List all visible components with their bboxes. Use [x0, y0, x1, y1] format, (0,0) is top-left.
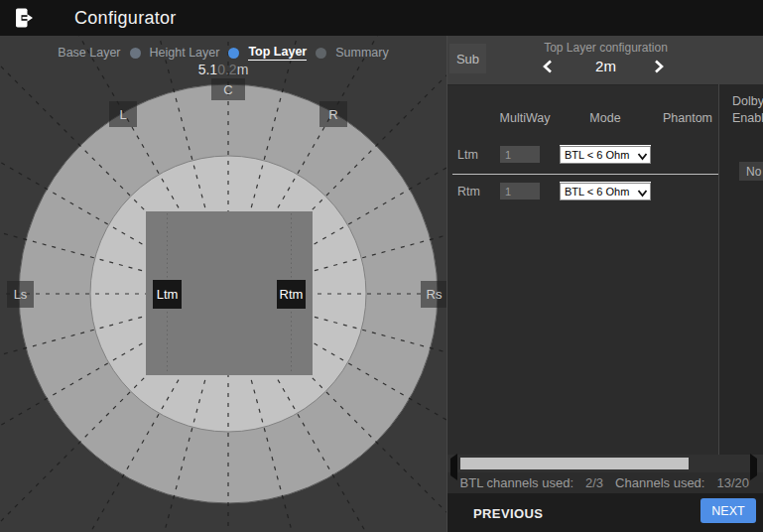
previous-button[interactable]: PREVIOUS: [467, 505, 549, 522]
step-dot-icon: [130, 48, 141, 59]
step-dot-icon: [228, 48, 239, 59]
column-header-dolby-line2: Enabled: [732, 111, 763, 125]
channel-usage-status: BTL channels used: 2/3 Channels used: 13…: [460, 475, 749, 490]
tab-base-layer[interactable]: Base Layer: [58, 46, 120, 60]
panel-title: Top Layer configuration: [447, 41, 763, 55]
dolby-column-strip: [718, 84, 763, 455]
row-label-ltm: Ltm: [457, 148, 478, 162]
layer-step-tabs: Base Layer Height Layer Top Layer Summar…: [0, 45, 446, 61]
speaker-layout-diagram: Base Layer Height Layer Top Layer Summar…: [0, 36, 446, 532]
step-dot-icon: [316, 48, 326, 59]
speaker-right-surround[interactable]: Rs: [421, 281, 446, 308]
tab-summary[interactable]: Summary: [335, 46, 388, 60]
panel-header: Top Layer configuration 2m Sub: [447, 36, 763, 85]
configuration-panel: Top Layer configuration 2m Sub MultiWay …: [446, 36, 763, 532]
distance-value: 2m: [447, 58, 763, 74]
row-divider: [452, 174, 718, 175]
mode-select-wrap: BTL < 6 Ohm: [560, 145, 651, 163]
channels-used-label: Channels used:: [615, 475, 704, 490]
column-header-dolby-line1: Dolby: [732, 94, 763, 108]
scrollbar-thumb[interactable]: [460, 458, 689, 469]
speaker-center[interactable]: C: [211, 78, 245, 100]
scroll-right-icon[interactable]: [750, 459, 760, 468]
mode-select-ltm[interactable]: BTL < 6 Ohm: [560, 146, 651, 164]
chevron-right-icon[interactable]: [648, 56, 670, 77]
mode-select-wrap: BTL < 6 Ohm: [560, 182, 651, 200]
tab-top-layer[interactable]: Top Layer: [248, 45, 307, 61]
row-label-rtm: Rtm: [457, 185, 480, 199]
tab-height-layer[interactable]: Height Layer: [150, 46, 220, 60]
speaker-right-top-middle[interactable]: Rtm: [277, 280, 306, 309]
page-title: Configurator: [74, 8, 177, 29]
room-plot: [0, 36, 446, 532]
exit-door-icon[interactable]: [13, 6, 37, 30]
speaker-left[interactable]: L: [109, 101, 137, 127]
btl-channels-value: 2/3: [585, 475, 603, 490]
speaker-sub[interactable]: Sub: [449, 44, 486, 73]
column-header-mode: Mode: [566, 111, 645, 125]
next-button[interactable]: NEXT: [700, 498, 756, 523]
speaker-left-top-middle[interactable]: Ltm: [153, 280, 182, 309]
column-header-multiway: MultiWay: [485, 111, 565, 125]
dolby-enabled-value[interactable]: No: [739, 162, 763, 181]
app-header: Configurator: [0, 0, 763, 36]
multiway-input-rtm[interactable]: [500, 183, 540, 200]
channels-used-value: 13/20: [716, 475, 749, 490]
speaker-right[interactable]: R: [319, 101, 347, 127]
mode-select-rtm[interactable]: BTL < 6 Ohm: [560, 183, 651, 200]
scroll-left-icon[interactable]: [450, 459, 460, 468]
horizontal-scrollbar[interactable]: [447, 455, 763, 472]
column-header-phantom: Phantom: [648, 111, 727, 125]
speaker-left-surround[interactable]: Ls: [7, 281, 34, 308]
multiway-input-ltm[interactable]: [500, 146, 540, 163]
wizard-footer: PREVIOUS NEXT: [447, 493, 763, 532]
btl-channels-label: BTL channels used:: [460, 475, 573, 490]
speaker-config-label: 5.10.2m: [0, 62, 446, 77]
